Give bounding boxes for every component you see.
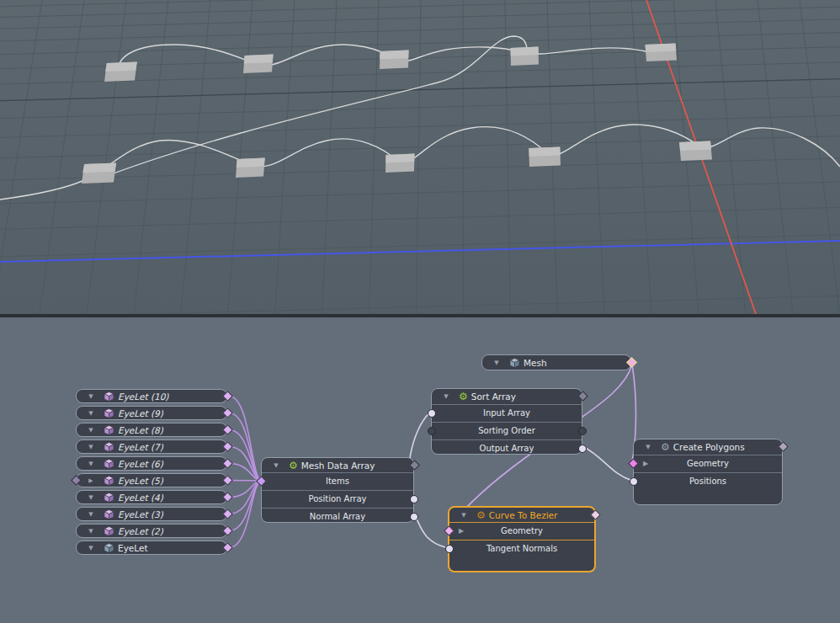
channel-row-sorting-order[interactable]: Sorting Order <box>432 422 582 439</box>
node-eyelet-6[interactable]: EyeLet (6) <box>76 456 227 471</box>
node-eyelet-9[interactable]: EyeLet (9) <box>76 406 227 420</box>
node-title: EyeLet (8) <box>118 425 163 435</box>
collapse-triangle-icon[interactable] <box>642 444 654 450</box>
channel-label: Position Array <box>262 491 413 507</box>
node-title: EyeLet (5) <box>118 476 163 486</box>
node-create-polygons[interactable]: Create Polygons Geometry Positions <box>633 439 783 505</box>
node-eyelet-4[interactable]: EyeLet (4) <box>76 490 227 504</box>
channel-row-position-array[interactable]: Position Array <box>262 490 413 508</box>
channel-row-normal-array[interactable]: Normal Array <box>262 508 413 525</box>
node-title: Create Polygons <box>673 442 745 452</box>
channel-row-positions[interactable]: Positions <box>634 472 782 490</box>
node-title: EyeLet (3) <box>118 509 163 519</box>
mesh-instance-icon <box>104 493 114 503</box>
node-title: EyeLet (4) <box>118 493 163 503</box>
node-title: Mesh <box>524 358 547 368</box>
collapse-triangle-icon[interactable] <box>85 427 97 434</box>
node-title: EyeLet (10) <box>118 391 168 402</box>
collapse-triangle-icon[interactable] <box>85 545 97 551</box>
channel-row-geometry[interactable]: Geometry <box>634 455 782 472</box>
collapse-triangle-icon[interactable] <box>85 444 97 450</box>
mesh-box[interactable] <box>510 47 539 67</box>
channel-label: Tangent Normals <box>449 540 594 556</box>
node-eyelet-7[interactable]: EyeLet (7) <box>76 439 227 454</box>
channel-output-connector[interactable] <box>410 513 418 521</box>
3d-viewport[interactable] <box>0 0 840 314</box>
node-title: Curve To Bezier <box>489 510 558 520</box>
channel-label: Geometry <box>449 523 594 539</box>
mesh-instance-icon <box>104 476 114 486</box>
modifier-gear-icon <box>459 391 468 402</box>
mesh-box[interactable] <box>645 44 677 62</box>
collapse-triangle-icon[interactable] <box>85 494 97 501</box>
channel-row-geometry[interactable]: Geometry <box>449 522 594 540</box>
mesh-instance-icon <box>104 391 114 402</box>
channel-label: Output Array <box>432 440 582 456</box>
channel-label: Input Array <box>432 405 582 421</box>
node-eyelet-5[interactable]: EyeLet (5) <box>76 473 227 487</box>
mesh-instance-icon <box>104 459 114 469</box>
channel-input-connector[interactable] <box>428 409 436 418</box>
schematic-editor[interactable]: EyeLet (10) EyeLet (9) EyeLet (8) EyeLet… <box>0 317 840 623</box>
mesh-box[interactable] <box>82 163 116 184</box>
collapse-triangle-icon[interactable] <box>440 393 452 400</box>
channel-row-tangent-normals[interactable]: Tangent Normals <box>449 540 594 557</box>
channel-label: Positions <box>634 473 782 489</box>
node-eyelet-10[interactable]: EyeLet (10) <box>76 389 227 403</box>
mesh-instance-icon <box>104 425 114 435</box>
collapse-triangle-icon[interactable] <box>491 359 502 366</box>
node-mesh[interactable]: Mesh <box>481 354 631 370</box>
channel-label: Items <box>262 473 413 489</box>
mesh-instance-icon <box>104 509 114 519</box>
node-sort-array[interactable]: Sort Array Input Array Sorting Order Out… <box>431 388 582 455</box>
mesh-item-icon <box>104 543 114 553</box>
collapse-triangle-icon[interactable] <box>85 528 97 535</box>
expand-arrow-icon[interactable] <box>459 523 464 539</box>
node-title: EyeLet (2) <box>118 526 163 536</box>
mesh-box[interactable] <box>679 141 712 162</box>
mesh-instance-icon <box>104 408 114 418</box>
mesh-box[interactable] <box>380 51 409 70</box>
collapse-triangle-icon[interactable] <box>85 461 97 467</box>
channel-output-connector[interactable] <box>578 445 587 453</box>
expand-triangle-icon[interactable] <box>85 477 97 484</box>
node-title: Mesh Data Array <box>301 461 375 471</box>
collapse-triangle-icon[interactable] <box>85 511 97 518</box>
node-curve-to-bezier[interactable]: Curve To Bezier Geometry Tangent Normals <box>448 506 596 572</box>
modifier-gear-icon <box>476 510 486 520</box>
mesh-instance-icon <box>104 526 114 536</box>
modifier-gear-icon <box>289 461 298 471</box>
channel-label: Normal Array <box>262 509 413 524</box>
mesh-box[interactable] <box>385 154 414 173</box>
channel-row-input-array[interactable]: Input Array <box>432 404 582 422</box>
node-mesh-data-array[interactable]: Mesh Data Array Items Position Array Nor… <box>261 457 414 523</box>
channel-row-output-array[interactable]: Output Array <box>432 439 582 457</box>
viewport-canvas[interactable] <box>0 0 840 314</box>
channel-output-connector[interactable] <box>578 427 587 435</box>
mesh-box[interactable] <box>236 158 265 178</box>
channel-input-connector[interactable] <box>445 545 454 553</box>
collapse-triangle-icon[interactable] <box>270 462 282 469</box>
bezier-curve <box>0 125 840 200</box>
modifier-gear-icon <box>661 442 670 452</box>
mesh-box[interactable] <box>243 55 274 74</box>
mesh-box[interactable] <box>529 147 561 168</box>
channel-input-connector[interactable] <box>630 477 638 486</box>
node-title: EyeLet (6) <box>118 459 163 469</box>
channel-output-connector[interactable] <box>410 495 418 503</box>
collapse-triangle-icon[interactable] <box>85 410 97 417</box>
node-eyelet-3[interactable]: EyeLet (3) <box>76 507 227 521</box>
node-title: EyeLet (7) <box>118 442 163 452</box>
node-eyelet-2[interactable]: EyeLet (2) <box>76 524 227 538</box>
expand-arrow-icon[interactable] <box>643 455 648 471</box>
mesh-box[interactable] <box>104 62 137 83</box>
channel-label: Sorting Order <box>432 423 582 439</box>
node-title: EyeLet (9) <box>118 408 163 418</box>
node-title: EyeLet <box>118 543 148 553</box>
collapse-triangle-icon[interactable] <box>85 393 97 400</box>
node-eyelet-8[interactable]: EyeLet (8) <box>76 423 227 437</box>
collapse-triangle-icon[interactable] <box>458 512 470 519</box>
node-eyelet[interactable]: EyeLet <box>76 540 227 555</box>
channel-input-connector[interactable] <box>428 427 436 435</box>
channel-row-items[interactable]: Items <box>262 472 413 490</box>
